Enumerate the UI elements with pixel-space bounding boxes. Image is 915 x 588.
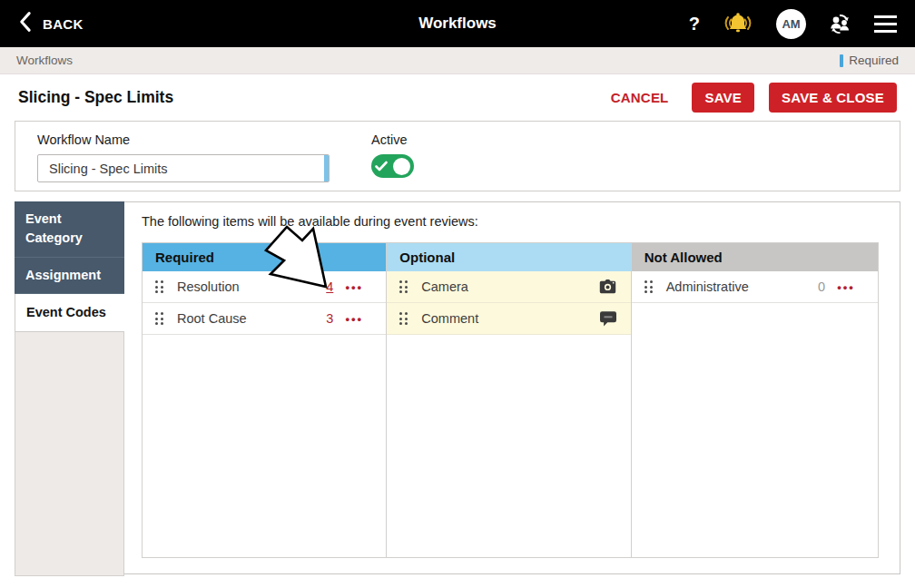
workflow-name-card: Workflow Name Active: [15, 121, 900, 191]
row-ellipsis-menu[interactable]: •••: [825, 281, 867, 293]
cancel-button[interactable]: CANCEL: [602, 84, 678, 111]
header-actions: CANCEL SAVE SAVE & CLOSE: [602, 83, 897, 113]
active-toggle[interactable]: [371, 154, 414, 178]
row-label: Root Cause: [177, 311, 317, 326]
toggle-knob: [393, 158, 410, 175]
tab-event-codes[interactable]: Event Codes: [15, 294, 124, 332]
switch-user-icon[interactable]: [828, 13, 852, 34]
comment-icon: [600, 311, 620, 327]
column-header-required: Required: [143, 243, 386, 271]
row-label: Camera: [421, 279, 598, 294]
active-label: Active: [371, 132, 414, 147]
active-field-group: Active: [371, 132, 414, 178]
breadcrumb-bar: Workflows Required: [0, 47, 915, 74]
table-row[interactable]: Administrative 0 •••: [632, 271, 878, 303]
workflow-name-label: Workflow Name: [37, 132, 330, 147]
back-chevron-icon: [18, 10, 32, 37]
save-button[interactable]: SAVE: [692, 83, 754, 113]
table-row[interactable]: Comment: [387, 303, 630, 335]
row-count: 0: [809, 279, 825, 294]
column-header-optional: Optional: [387, 243, 630, 271]
menu-icon[interactable]: [874, 15, 897, 33]
breadcrumb[interactable]: Workflows: [16, 54, 73, 67]
camera-icon: [599, 279, 620, 294]
required-legend: Required: [840, 54, 899, 67]
page-title: Slicing - Spec Limits: [18, 88, 173, 107]
back-button[interactable]: BACK: [18, 10, 84, 37]
column-not-allowed: Not Allowed Administrative 0 •••: [632, 243, 878, 557]
tab-event-category[interactable]: Event Category: [15, 201, 124, 258]
required-indicator-bar: [840, 54, 843, 67]
column-header-not-allowed: Not Allowed: [632, 243, 878, 271]
column-optional: Optional Camera Comment: [387, 243, 631, 557]
tab-assignment[interactable]: Assignment: [15, 258, 124, 294]
save-and-close-button[interactable]: SAVE & CLOSE: [769, 83, 897, 113]
workflows-page: BACK Workflows ? AM: [0, 0, 915, 588]
drag-handle-icon[interactable]: [399, 312, 408, 325]
drag-handle-icon[interactable]: [644, 280, 653, 293]
tabs-filler-panel: [15, 332, 124, 576]
event-codes-table: Required Resolution 4 ••• Root Cause 3 •…: [142, 242, 879, 558]
row-ellipsis-menu[interactable]: •••: [333, 313, 375, 325]
event-codes-panel: The following items will be available du…: [123, 201, 900, 574]
required-legend-label: Required: [849, 54, 899, 67]
workflow-name-field-group: Workflow Name: [37, 132, 330, 182]
row-label: Resolution: [177, 279, 317, 294]
notification-bell-icon[interactable]: [722, 11, 754, 36]
page-header: Slicing - Spec Limits CANCEL SAVE SAVE &…: [0, 74, 915, 121]
column-required: Required Resolution 4 ••• Root Cause 3 •…: [143, 243, 387, 557]
row-ellipsis-menu[interactable]: •••: [333, 281, 375, 293]
row-count-link[interactable]: 4: [317, 279, 333, 294]
panel-intro-text: The following items will be available du…: [142, 214, 900, 229]
table-row[interactable]: Root Cause 3 •••: [143, 303, 386, 335]
back-label: BACK: [43, 16, 84, 32]
topbar-actions: ? AM: [689, 9, 897, 39]
table-row[interactable]: Camera: [387, 271, 630, 303]
check-icon: [375, 161, 388, 172]
row-label: Administrative: [666, 279, 809, 294]
row-count[interactable]: 3: [317, 311, 333, 326]
help-icon[interactable]: ?: [689, 14, 700, 34]
user-avatar[interactable]: AM: [776, 9, 806, 39]
drag-handle-icon[interactable]: [155, 312, 163, 325]
drag-handle-icon[interactable]: [399, 280, 408, 293]
workflow-name-input[interactable]: [37, 154, 330, 182]
row-label: Comment: [421, 311, 599, 326]
settings-tabs: Event Category Assignment Event Codes: [15, 201, 124, 576]
table-row[interactable]: Resolution 4 •••: [143, 271, 386, 303]
drag-handle-icon[interactable]: [155, 280, 163, 293]
top-app-bar: BACK Workflows ? AM: [0, 0, 915, 47]
